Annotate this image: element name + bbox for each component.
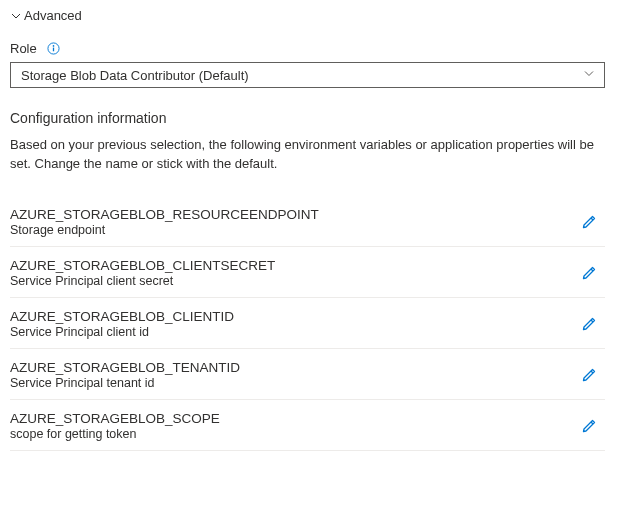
config-item-desc: Service Principal client id bbox=[10, 325, 234, 339]
pencil-icon bbox=[581, 265, 597, 281]
chevron-down-icon bbox=[10, 10, 22, 22]
edit-button[interactable] bbox=[573, 257, 605, 289]
edit-button[interactable] bbox=[573, 359, 605, 391]
config-item-name: AZURE_STORAGEBLOB_CLIENTSECRET bbox=[10, 258, 275, 273]
config-item-desc: Storage endpoint bbox=[10, 223, 319, 237]
advanced-label: Advanced bbox=[24, 8, 82, 23]
advanced-toggle[interactable]: Advanced bbox=[10, 8, 608, 23]
config-info-description: Based on your previous selection, the fo… bbox=[10, 136, 600, 174]
config-item-desc: scope for getting token bbox=[10, 427, 220, 441]
role-label-row: Role bbox=[10, 41, 608, 56]
pencil-icon bbox=[581, 316, 597, 332]
edit-button[interactable] bbox=[573, 308, 605, 340]
config-item: AZURE_STORAGEBLOB_TENANTID Service Princ… bbox=[10, 349, 605, 400]
config-item-name: AZURE_STORAGEBLOB_SCOPE bbox=[10, 411, 220, 426]
config-item: AZURE_STORAGEBLOB_CLIENTID Service Princ… bbox=[10, 298, 605, 349]
config-info-title: Configuration information bbox=[10, 110, 608, 126]
config-item-desc: Service Principal tenant id bbox=[10, 376, 240, 390]
role-select[interactable]: Storage Blob Data Contributor (Default) bbox=[10, 62, 605, 88]
config-item: AZURE_STORAGEBLOB_SCOPE scope for gettin… bbox=[10, 400, 605, 451]
svg-line-5 bbox=[591, 320, 593, 322]
role-label: Role bbox=[10, 41, 37, 56]
svg-rect-2 bbox=[53, 48, 54, 52]
config-item-name: AZURE_STORAGEBLOB_CLIENTID bbox=[10, 309, 234, 324]
config-item-name: AZURE_STORAGEBLOB_RESOURCEENDPOINT bbox=[10, 207, 319, 222]
info-icon[interactable] bbox=[47, 42, 60, 55]
pencil-icon bbox=[581, 418, 597, 434]
pencil-icon bbox=[581, 367, 597, 383]
edit-button[interactable] bbox=[573, 410, 605, 442]
config-item: AZURE_STORAGEBLOB_RESOURCEENDPOINT Stora… bbox=[10, 196, 605, 247]
svg-line-7 bbox=[591, 422, 593, 424]
config-item-name: AZURE_STORAGEBLOB_TENANTID bbox=[10, 360, 240, 375]
svg-point-1 bbox=[52, 45, 54, 47]
pencil-icon bbox=[581, 214, 597, 230]
svg-line-6 bbox=[591, 371, 593, 373]
svg-line-3 bbox=[591, 218, 593, 220]
edit-button[interactable] bbox=[573, 206, 605, 238]
config-item-desc: Service Principal client secret bbox=[10, 274, 275, 288]
svg-line-4 bbox=[591, 269, 593, 271]
config-item: AZURE_STORAGEBLOB_CLIENTSECRET Service P… bbox=[10, 247, 605, 298]
role-select-value: Storage Blob Data Contributor (Default) bbox=[21, 68, 249, 83]
